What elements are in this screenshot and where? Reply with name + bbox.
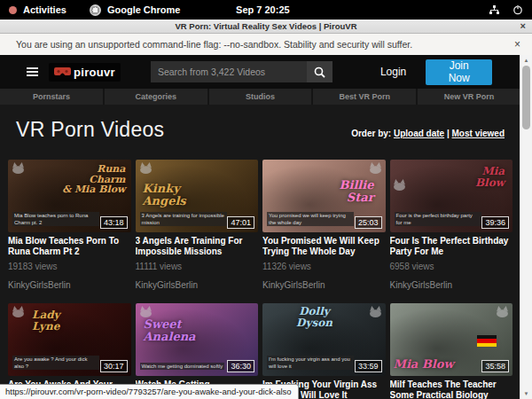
video-thumbnail[interactable]: Lady Lyne Are you awake ? And your dick … <box>8 303 131 376</box>
login-button[interactable]: Login <box>375 65 411 79</box>
nav-item-categories[interactable]: Categories <box>103 89 207 105</box>
video-card[interactable]: Mia Blow 35:58 Milf Teaches The Teacher … <box>390 303 513 399</box>
video-card[interactable]: Mia Blow Four is the perfect birthday pa… <box>390 160 513 303</box>
view-count: 11111 views <box>136 262 259 272</box>
studio-cat-logo-icon <box>139 162 153 174</box>
video-title-link[interactable]: Milf Teaches The Teacher Some Practical … <box>390 379 513 399</box>
window-title: VR Porn: Virtual Reality Sex Videos | Pi… <box>175 21 356 31</box>
studio-cat-logo-icon <box>393 179 406 191</box>
studio-cat-logo-icon <box>369 306 382 317</box>
system-top-bar: Activities Google Chrome Sep 7 20:25 <box>0 0 532 20</box>
video-card[interactable]: Billie Star You promised we will keep tr… <box>262 160 386 303</box>
browser-viewport: pirouvr Login Join Now Pornstars Categor… <box>0 55 520 399</box>
studio-cat-logo-icon <box>12 306 25 317</box>
scrollbar-down-icon[interactable]: ▼ <box>520 388 532 399</box>
studio-link[interactable]: KinkyGirlsBerlin <box>136 280 259 291</box>
thumbnail-caption: I'm fucking your virgin ass and you will… <box>267 356 354 370</box>
thumbnail-overlay-title: Sweet Analena <box>144 318 196 342</box>
studio-cat-logo-icon <box>496 306 509 317</box>
network-icon[interactable] <box>489 4 500 15</box>
nav-item-best-vr-porn[interactable]: Best VR Porn <box>311 89 416 105</box>
studio-cat-logo-icon <box>139 306 153 317</box>
view-count: 11326 views <box>262 262 386 272</box>
thumbnail-caption: 3 Angels are training for impossible mis… <box>140 212 227 226</box>
system-clock[interactable]: Sep 7 20:25 <box>236 4 290 15</box>
studio-cat-logo-icon <box>369 162 382 174</box>
thumbnail-caption: Are you awake ? And your dick also ? <box>12 356 99 370</box>
thumbnail-overlay-title: Runa Charm & Mia Blow <box>62 164 125 195</box>
site-logo[interactable]: pirouvr <box>49 63 121 82</box>
nav-item-studios[interactable]: Studios <box>207 89 312 105</box>
power-icon[interactable] <box>512 4 523 15</box>
video-title-link[interactable]: Four Is The Perfect Birthday Party For M… <box>390 236 513 256</box>
video-thumbnail[interactable]: Runa Charm & Mia Blow Mia Blow teaches p… <box>8 160 131 232</box>
order-most-viewed-link[interactable]: Most viewed <box>452 129 505 138</box>
menu-hamburger-icon[interactable] <box>27 67 38 76</box>
video-duration: 47:01 <box>227 216 254 229</box>
thumbnail-caption: Mia Blow teaches porn to Runa Charm pt. … <box>12 212 99 226</box>
search-icon <box>314 66 325 78</box>
video-card[interactable]: Runa Charm & Mia Blow Mia Blow teaches p… <box>8 160 131 303</box>
order-separator: | <box>447 129 450 138</box>
view-count: 19183 views <box>8 262 131 272</box>
nav-item-new-vr-porn[interactable]: New VR Porn <box>416 89 520 105</box>
german-flag-icon <box>477 335 497 347</box>
video-thumbnail[interactable]: Mia Blow 35:58 <box>390 303 513 376</box>
focused-app-name[interactable]: Google Chrome <box>107 4 181 15</box>
video-duration: 25:03 <box>355 216 382 229</box>
thumbnail-caption: You promised we will keep trying the who… <box>267 212 354 226</box>
video-title-link[interactable]: You Promised We Will Keep Trying The Who… <box>262 236 386 256</box>
order-by-label: Order by: <box>351 129 391 138</box>
video-duration: 36:30 <box>227 360 254 372</box>
main-nav: Pornstars Categories Studios Best VR Por… <box>0 89 520 105</box>
video-card[interactable]: Kinky Angels 3 Angels are training for i… <box>136 160 259 303</box>
site-header: pirouvr Login Join Now <box>0 55 520 89</box>
thumbnail-overlay-title: Mia Blow <box>475 166 505 188</box>
thumbnail-overlay-title: Kinky Angels <box>143 183 186 207</box>
video-thumbnail[interactable]: Dolly Dyson I'm fucking your virgin ass … <box>262 303 386 376</box>
warning-close-icon[interactable]: × <box>514 38 520 51</box>
thumbnail-caption: Watch me getting dominated softly <box>140 363 225 370</box>
order-by-controls: Order by: Upload date | Most viewed <box>351 129 505 138</box>
vr-goggles-icon <box>54 67 71 77</box>
video-duration: 30:17 <box>100 360 128 372</box>
video-title-link[interactable]: 3 Angels Are Training For Impossible Mis… <box>136 236 259 256</box>
studio-link[interactable]: KinkyGirlsBerlin <box>390 280 513 291</box>
search-input[interactable] <box>151 61 307 82</box>
video-title-link[interactable]: Mia Blow Teaches Porn To Runa Charm Pt 2 <box>8 236 131 256</box>
view-count: 6958 views <box>390 262 513 272</box>
video-duration: 35:58 <box>481 360 509 372</box>
scrollbar-up-icon[interactable]: ▲ <box>520 55 532 66</box>
chrome-app-icon <box>90 4 101 16</box>
video-duration: 39:36 <box>481 216 509 229</box>
page-scrollbar[interactable]: ▲ ▼ <box>520 55 532 399</box>
studio-cat-logo-icon <box>12 162 25 174</box>
video-grid: Runa Charm & Mia Blow Mia Blow teaches p… <box>0 160 520 399</box>
search-button[interactable] <box>307 61 332 82</box>
window-close-icon[interactable]: × <box>520 20 526 31</box>
thumbnail-caption: Four is the perfect birthday party for m… <box>395 212 481 226</box>
video-thumbnail[interactable]: Mia Blow Four is the perfect birthday pa… <box>390 160 513 232</box>
logo-text: pirouvr <box>74 66 115 79</box>
nav-item-pornstars[interactable]: Pornstars <box>0 89 103 105</box>
thumbnail-overlay-title: Mia Blow <box>394 358 454 371</box>
studio-link[interactable]: KinkyGirlsBerlin <box>8 280 131 291</box>
scrollbar-thumb[interactable] <box>522 66 530 129</box>
video-thumbnail[interactable]: Sweet Analena Watch me getting dominated… <box>136 303 259 376</box>
window-title-bar: VR Porn: Virtual Reality Sex Videos | Pi… <box>0 20 532 34</box>
warning-infobar: You are using an unsupported command-lin… <box>0 34 532 56</box>
join-now-button[interactable]: Join Now <box>426 59 492 85</box>
thumbnail-overlay-title: Lady Lyne <box>32 309 60 332</box>
activities-button[interactable]: Activities <box>23 4 66 15</box>
video-duration: 33:59 <box>355 360 382 372</box>
link-preview-status-bar: https://pirouvr.com/vr-porn-video/779325… <box>0 384 299 399</box>
video-thumbnail[interactable]: Billie Star You promised we will keep tr… <box>262 160 386 232</box>
order-upload-date-link[interactable]: Upload date <box>394 129 444 138</box>
page-title: VR Porn Videos <box>16 118 164 142</box>
thumbnail-overlay-title: Dolly Dyson <box>296 306 332 328</box>
thumbnail-overlay-title: Billie Star <box>339 179 373 203</box>
studio-link[interactable]: KinkyGirlsBerlin <box>262 280 386 291</box>
video-duration: 43:18 <box>100 216 128 229</box>
warning-message: You are using an unsupported command-lin… <box>16 39 412 50</box>
video-thumbnail[interactable]: Kinky Angels 3 Angels are training for i… <box>136 160 259 232</box>
